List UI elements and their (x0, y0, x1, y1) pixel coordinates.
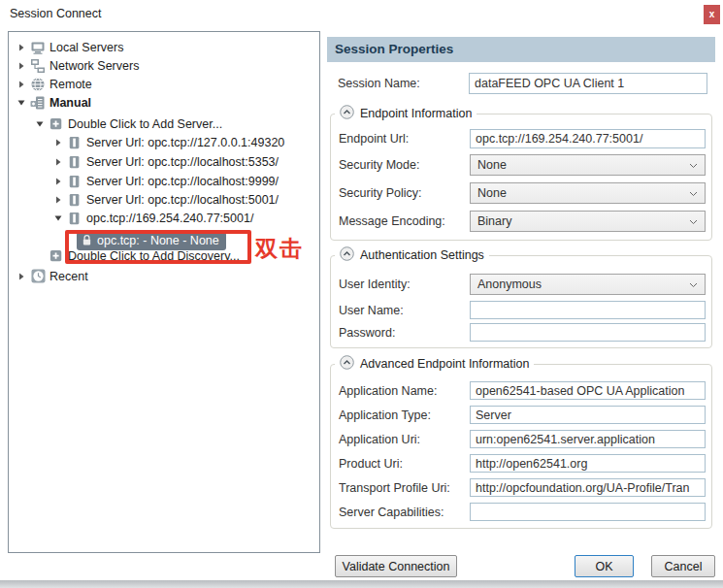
network-icon (30, 58, 46, 74)
expander-collapsed-icon[interactable] (53, 138, 63, 147)
endpoint-information-group: Endpoint Information Endpoint Url: Secur… (330, 114, 712, 241)
tree-item-add-server[interactable]: Double Click to Add Server... (35, 114, 222, 133)
expander-collapsed-icon[interactable] (53, 157, 63, 167)
server-icon (67, 174, 82, 189)
tree-item-label: Double Click to Add Server... (68, 117, 222, 131)
manual-list-icon (30, 95, 46, 111)
expander-collapsed-icon[interactable] (16, 43, 26, 52)
tree-item-local-servers[interactable]: Local Servers (16, 38, 123, 56)
window-title: Session Connect (10, 7, 102, 20)
server-icon (67, 135, 82, 150)
field-product-uri: Product Uri: (339, 454, 706, 473)
user-name-input[interactable] (470, 301, 706, 319)
endpoint-group-title: Endpoint Information (335, 105, 477, 122)
collapse-icon[interactable] (340, 246, 354, 264)
close-button[interactable]: x (704, 5, 720, 24)
validate-connection-button[interactable]: Validate Connection (335, 555, 457, 577)
field-application-name: Application Name: (339, 381, 706, 400)
tree-item-remote[interactable]: Remote (16, 75, 92, 93)
chevron-down-icon (689, 278, 698, 291)
tree-item-server-url-2[interactable]: Server Url: opc.tcp://localhost:5353/ (53, 152, 279, 171)
session-connect-dialog: Session Connect x Local Servers Network … (0, 0, 723, 580)
application-uri-input[interactable] (470, 430, 706, 448)
clock-icon (30, 269, 46, 284)
advanced-endpoint-group: Advanced Endpoint Information Applicatio… (330, 364, 712, 529)
tree-item-label: Server Url: opc.tcp://127.0.0.1:49320 (86, 136, 284, 149)
product-uri-input[interactable] (470, 454, 706, 473)
expander-expanded-icon[interactable] (53, 213, 63, 223)
expander-collapsed-icon[interactable] (16, 80, 26, 89)
security-policy-select[interactable]: None (470, 182, 706, 204)
field-message-encoding: Message Encoding: Binary (339, 211, 706, 232)
expander-collapsed-icon[interactable] (53, 195, 63, 205)
group-title-text: Authentication Settings (360, 248, 484, 262)
globe-icon (30, 77, 46, 92)
session-name-input[interactable] (469, 73, 707, 94)
expander-expanded-icon[interactable] (16, 98, 26, 108)
server-capabilities-label: Server Capabilities: (339, 503, 444, 521)
expander-expanded-icon[interactable] (35, 119, 45, 129)
tree-item-server-url-1[interactable]: Server Url: opc.tcp://127.0.0.1:49320 (53, 133, 284, 151)
server-capabilities-input[interactable] (470, 503, 706, 521)
tree-item-server-url-169[interactable]: opc.tcp://169.254.240.77:5001/ (53, 209, 253, 227)
tree-item-label: Server Url: opc.tcp://localhost:5353/ (86, 155, 279, 169)
expander-collapsed-icon[interactable] (16, 61, 26, 71)
server-icon (67, 154, 82, 170)
field-security-policy: Security Policy: None (339, 182, 706, 204)
tree-item-label: Network Servers (49, 59, 139, 73)
collapse-icon[interactable] (340, 355, 354, 373)
collapse-icon[interactable] (340, 105, 354, 122)
tree-item-label: Manual (49, 96, 91, 110)
ok-button[interactable]: OK (575, 555, 634, 577)
application-name-input[interactable] (470, 381, 706, 400)
add-icon (49, 116, 64, 132)
security-policy-label: Security Policy: (339, 182, 421, 204)
security-mode-value: None (477, 158, 689, 172)
tree-item-manual[interactable]: Manual (16, 93, 91, 112)
group-title-text: Advanced Endpoint Information (360, 357, 529, 371)
selection-highlight-box (65, 230, 251, 264)
message-encoding-label: Message Encoding: (339, 211, 445, 232)
tree-item-label: Recent (49, 270, 88, 283)
product-uri-label: Product Uri: (339, 454, 403, 473)
field-server-capabilities: Server Capabilities: (339, 503, 706, 521)
authentication-settings-group: Authentication Settings User Identity: A… (330, 255, 712, 348)
password-input[interactable] (470, 323, 706, 342)
authentication-group-title: Authentication Settings (335, 246, 489, 264)
server-icon (67, 192, 82, 208)
group-title-text: Endpoint Information (360, 107, 472, 120)
message-encoding-value: Binary (477, 214, 689, 228)
session-name-label: Session Name: (338, 73, 420, 94)
close-icon: x (709, 9, 715, 19)
tree-item-server-url-3[interactable]: Server Url: opc.tcp://localhost:9999/ (53, 172, 279, 190)
cancel-button[interactable]: Cancel (651, 555, 715, 577)
transport-profile-uri-label: Transport Profile Uri: (339, 478, 450, 497)
chevron-down-icon (689, 186, 698, 200)
tree-item-label: Remote (49, 78, 92, 91)
field-password: Password: (339, 323, 706, 342)
application-type-label: Application Type: (339, 406, 431, 424)
security-mode-select[interactable]: None (470, 154, 706, 176)
field-application-type: Application Type: (339, 406, 706, 424)
user-name-label: User Name: (339, 301, 404, 319)
expander-collapsed-icon[interactable] (53, 177, 63, 186)
advanced-group-title: Advanced Endpoint Information (335, 355, 534, 373)
security-mode-label: Security Mode: (339, 154, 419, 176)
password-label: Password: (339, 323, 395, 342)
tree-item-network-servers[interactable]: Network Servers (16, 56, 139, 75)
tree-item-label: Server Url: opc.tcp://localhost:9999/ (86, 175, 279, 188)
tree-item-recent[interactable]: Recent (16, 267, 88, 285)
tree-item-label: opc.tcp://169.254.240.77:5001/ (86, 212, 253, 225)
add-icon (49, 248, 64, 264)
server-tree-panel: Local Servers Network Servers Remote Man… (8, 31, 320, 553)
monitor-icon (30, 40, 46, 55)
chevron-down-icon (689, 158, 698, 172)
application-uri-label: Application Uri: (339, 430, 420, 448)
transport-profile-uri-input[interactable] (470, 478, 706, 497)
user-identity-select[interactable]: Anonymous (470, 274, 706, 295)
expander-collapsed-icon[interactable] (16, 272, 26, 281)
tree-item-server-url-4[interactable]: Server Url: opc.tcp://localhost:5001/ (53, 190, 279, 209)
application-type-input[interactable] (470, 406, 706, 424)
endpoint-url-input[interactable] (470, 129, 706, 148)
message-encoding-select[interactable]: Binary (470, 211, 706, 232)
